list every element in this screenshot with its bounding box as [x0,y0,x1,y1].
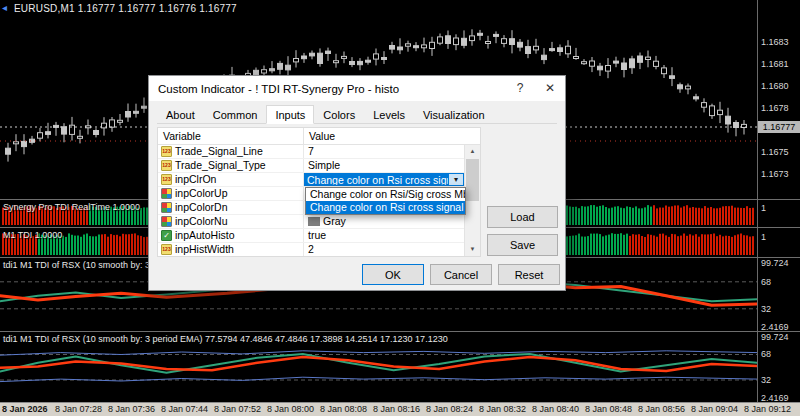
indicator-panel-label: M1 TDI 1.0000 [3,230,62,240]
table-row[interactable]: inpColorNuGray [158,215,464,229]
time-axis-label: 8 Jan 07:44 [161,404,208,414]
chart-menu-arrow-icon[interactable]: ◂ [2,2,7,13]
time-axis-label: 8 Jan 07:36 [108,404,155,414]
variable-name: inpColorUp [175,187,228,200]
price-axis-label: 99.724 [761,258,789,268]
mt4-chart-window: ◂ EURUSD,M1 1.16777 1.16777 1.16776 1.16… [0,0,800,416]
inputs-table: Variable Value 123Trade_Signal_Line7123T… [157,127,481,257]
save-button[interactable]: Save [487,234,558,256]
combo-dropdown-list: Change color on Rsi/Sig cross MblChange … [305,187,466,215]
close-icon[interactable]: ✕ [535,76,565,101]
indicator-panel-label: tdi1 M1 TDI of RSX (10 smooth by: 3 peri… [3,334,448,344]
time-axis-label: 8 Jan 09:04 [691,404,738,414]
dialog-title: Custom Indicator - ! TDI RT-Synergy Pro … [149,83,505,95]
price-axis-label: 99.724 [761,332,789,342]
combobox-selected-text: Change color on Rsi cross signal [305,174,448,185]
dropdown-option[interactable]: Change color on Rsi/Sig cross Mbl [306,188,465,201]
time-axis-label: 8 Jan 08:24 [426,404,473,414]
color-swatch [308,217,320,226]
price-axis-label: 1.1680 [761,81,789,91]
table-row[interactable]: 123Trade_Signal_Line7 [158,145,464,159]
time-axis-label: 8 Jan 08:08 [320,404,367,414]
table-row[interactable]: 123inpClrOnChange color on Rsi cross sig… [158,173,464,187]
custom-indicator-dialog: Custom Indicator - ! TDI RT-Synergy Pro … [148,75,566,291]
num-type-icon: 123 [161,244,172,255]
price-axis-label: 1.1681 [761,59,789,69]
value-text: 7 [308,145,314,158]
time-axis-label: 8 Jan 08:16 [373,404,420,414]
reset-button[interactable]: Reset [498,264,560,285]
table-scrollbar[interactable]: ▲ ▼ [464,145,480,256]
ok-button[interactable]: OK [362,264,424,285]
color-type-icon [161,216,172,227]
price-axis-label: 68 [761,349,771,359]
value-combobox[interactable]: Change color on Rsi cross signal▾ [304,173,464,186]
tab-inputs[interactable]: Inputs [266,105,314,124]
cancel-button[interactable]: Cancel [430,264,492,285]
tab-visualization[interactable]: Visualization [414,105,494,123]
price-axis-label: 1.1678 [761,103,789,113]
value-text: 2 [308,243,314,256]
scroll-down-icon[interactable]: ▼ [465,243,480,256]
dialog-titlebar[interactable]: Custom Indicator - ! TDI RT-Synergy Pro … [149,76,565,101]
color-type-icon [161,202,172,213]
tab-bar: AboutCommonInputsColorsLevelsVisualizati… [157,105,557,124]
scroll-up-icon[interactable]: ▲ [465,145,480,158]
indicator-panel-label: Synergy Pro TDI RealTime 1.0000 [3,202,140,212]
column-header-variable[interactable]: Variable [158,128,304,144]
variable-name: inpColorDn [175,201,228,214]
price-axis-label: 1.1675 [761,147,789,157]
time-axis-label: 8 Jan 09:12 [744,404,791,414]
help-icon[interactable]: ? [505,76,535,101]
value-text: Simple [308,159,340,172]
current-price-badge: 1.16777 [758,121,800,133]
time-axis-label: 8 Jan 08:48 [585,404,632,414]
value-text: true [308,229,326,242]
tab-common[interactable]: Common [204,105,267,123]
variable-name: Trade_Signal_Type [175,159,266,172]
num-type-icon: 123 [161,160,172,171]
variable-name: inpColorNu [175,215,228,228]
time-axis-label: 8 Jan 08:56 [638,404,685,414]
tab-colors[interactable]: Colors [314,105,364,123]
table-row[interactable]: 123inpHistWidth2 [158,243,464,256]
variable-name: Trade_Signal_Line [175,145,263,158]
scrollbar-thumb[interactable] [466,159,479,201]
price-axis-label: 1.1683 [761,37,789,47]
load-button[interactable]: Load [487,206,558,228]
column-header-value[interactable]: Value [304,128,480,144]
variable-name: inpClrOn [175,173,216,186]
time-axis-label: 8 Jan 08:32 [479,404,526,414]
price-axis-label: 1 [761,203,766,213]
time-axis-label: 8 Jan 08:40 [532,404,579,414]
time-axis-label: 8 Jan 2026 [2,404,48,414]
table-row[interactable]: ✓inpAutoHistotrue [158,229,464,243]
price-axis-label: 1.1673 [761,169,789,179]
time-axis-label: 8 Jan 07:28 [55,404,102,414]
time-axis-label: 8 Jan 07:52 [214,404,261,414]
enum-type-icon: 123 [161,174,172,185]
chevron-down-icon[interactable]: ▾ [448,174,463,185]
dropdown-option[interactable]: Change color on Rsi cross signal [306,201,465,214]
price-axis-label: 32 [761,304,771,314]
time-axis[interactable]: 8 Jan 20268 Jan 07:288 Jan 07:368 Jan 07… [0,402,800,416]
num-type-icon: 123 [161,146,172,157]
table-row[interactable]: 123Trade_Signal_TypeSimple [158,159,464,173]
variable-name: inpHistWidth [175,243,234,256]
bool-type-icon: ✓ [161,230,172,241]
symbol-ohlc-label: EURUSD,M1 1.16777 1.16777 1.16776 1.1677… [14,3,237,14]
time-axis-label: 8 Jan 08:00 [267,404,314,414]
price-axis-label: 32 [761,375,771,385]
value-text: Gray [323,215,346,228]
tab-about[interactable]: About [157,105,204,123]
table-header: Variable Value [158,128,480,145]
price-axis-label: 68 [761,277,771,287]
variable-name: inpAutoHisto [175,229,235,242]
panel-separator [0,331,800,332]
price-axis-label: 1 [761,232,766,242]
tab-levels[interactable]: Levels [364,105,414,123]
color-type-icon [161,188,172,199]
